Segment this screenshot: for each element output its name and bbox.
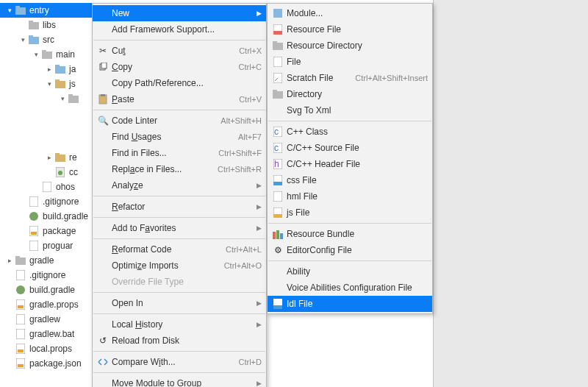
- submenu-arrow-icon: ▶: [257, 10, 262, 17]
- menu-item-copy[interactable]: CopyCtrl+C: [93, 59, 266, 75]
- submenu-arrow-icon: ▶: [257, 380, 262, 387]
- menu-item-find-usages[interactable]: Find UsagesAlt+F7: [93, 129, 266, 145]
- menu-item-paste[interactable]: PasteCtrl+V: [93, 91, 266, 107]
- submenu-arrow-icon: ▶: [257, 224, 262, 232]
- menu-item-compare[interactable]: Compare With...Ctrl+D: [93, 354, 266, 370]
- file-icon: [15, 328, 26, 340]
- menu-item-override-file-type[interactable]: Override File Type: [93, 274, 266, 290]
- svg-rect-39: [101, 94, 105, 96]
- menu-item-cpp-class[interactable]: cC++ Class: [268, 124, 432, 140]
- svg-rect-48: [273, 90, 277, 92]
- menu-item-refactor[interactable]: Refactor▶: [93, 199, 266, 215]
- menu-separator: [93, 217, 265, 218]
- svg-rect-22: [31, 232, 37, 235]
- svg-rect-11: [55, 79, 60, 82]
- editor-area: [433, 0, 588, 387]
- file-icon: [270, 73, 285, 83]
- menu-item-add-favorites[interactable]: Add to Favorites▶: [93, 220, 266, 236]
- tree-label: .gitignore: [43, 196, 79, 207]
- menu-item-cpp-source[interactable]: cC/C++ Source File: [268, 140, 432, 156]
- svg-point-20: [29, 212, 38, 221]
- menu-item-svg-xml[interactable]: Svg To Xml: [268, 102, 432, 118]
- menu-item-optimize-imports[interactable]: Optimize ImportsCtrl+Alt+O: [93, 258, 266, 274]
- menu-item-js-file[interactable]: js File: [268, 205, 432, 221]
- menu-item-replace-in-files[interactable]: Replace in Files...Ctrl+Shift+R: [93, 161, 266, 177]
- tree-label: package.json: [29, 358, 82, 369]
- folder-icon: [54, 63, 66, 75]
- menu-item-directory[interactable]: Directory: [268, 86, 432, 102]
- chevron-down-icon: ▾: [4, 7, 15, 14]
- chevron-right-icon: ▸: [44, 154, 54, 161]
- menu-item-voice-abilities[interactable]: Voice Abilities Configuration File: [268, 280, 432, 296]
- svg-rect-37: [101, 63, 107, 68]
- menu-item-code-linter[interactable]: 🔍Code LinterAlt+Shift+H: [93, 113, 266, 129]
- menu-item-add-framework[interactable]: Add Framework Support...: [93, 21, 266, 38]
- menu-item-open-in[interactable]: Open In▶: [93, 295, 266, 311]
- menu-item-copy-path[interactable]: Copy Path/Reference...: [93, 75, 266, 91]
- svg-rect-40: [273, 9, 282, 18]
- menu-item-cpp-header[interactable]: hC/C++ Header File: [268, 156, 432, 172]
- file-icon: [28, 225, 40, 237]
- reload-icon: ↺: [96, 335, 110, 346]
- idl-icon: [270, 299, 285, 309]
- folder-icon: [54, 78, 66, 90]
- menu-item-local-history[interactable]: Local History▶: [93, 316, 266, 333]
- tree-label: re: [69, 152, 77, 163]
- svg-point-17: [58, 171, 62, 175]
- svg-rect-60: [273, 232, 276, 239]
- svg-rect-59: [273, 214, 282, 218]
- menu-item-hml-file[interactable]: hml File: [268, 188, 432, 205]
- menu-item-move-module[interactable]: Move Module to Group▶: [93, 375, 266, 387]
- folder-icon: [15, 4, 26, 16]
- tree-label: gradle: [29, 255, 54, 266]
- chevron-down-icon: ▾: [18, 36, 28, 43]
- cpp-icon: c: [270, 143, 285, 153]
- search-icon: 🔍: [96, 116, 110, 126]
- svg-point-27: [16, 285, 25, 294]
- chevron-down-icon: ▾: [31, 51, 41, 58]
- menu-item-resource-dir[interactable]: Resource Directory: [268, 38, 432, 54]
- menu-item-idl-file[interactable]: Idl File: [268, 296, 432, 312]
- menu-item-reformat[interactable]: Reformat CodeCtrl+Alt+L: [93, 241, 266, 258]
- folder-icon: [28, 19, 40, 31]
- gradle-icon: [28, 210, 40, 222]
- file-icon: [270, 191, 285, 202]
- menu-separator: [268, 260, 431, 261]
- menu-separator: [268, 121, 431, 121]
- svg-text:c: c: [274, 127, 279, 137]
- svg-rect-61: [276, 230, 279, 239]
- svg-rect-19: [29, 196, 38, 207]
- menu-item-file[interactable]: File: [268, 54, 432, 70]
- menu-item-resource-file[interactable]: Resource File: [268, 21, 432, 38]
- module-icon: [270, 9, 285, 18]
- tree-label: .gitignore: [29, 270, 65, 280]
- menu-item-module[interactable]: Module...: [268, 5, 432, 21]
- menu-item-ability[interactable]: Ability: [268, 263, 432, 280]
- svg-rect-1: [15, 6, 20, 8]
- svg-text:h: h: [274, 159, 279, 169]
- svg-rect-44: [273, 41, 277, 43]
- submenu-arrow-icon: ▶: [257, 203, 262, 210]
- menu-item-analyze[interactable]: Analyze▶: [93, 177, 266, 194]
- menu-item-css-file[interactable]: css File: [268, 172, 432, 188]
- menu-item-cut[interactable]: ✂CutCtrl+X: [93, 43, 266, 59]
- menu-item-editorconfig[interactable]: ⚙EditorConfig File: [268, 242, 432, 258]
- menu-separator: [93, 40, 265, 40]
- menu-item-find-in-files[interactable]: Find in Files...Ctrl+Shift+F: [93, 145, 266, 161]
- menu-item-reload[interactable]: ↺Reload from Disk: [93, 333, 266, 349]
- menu-separator: [93, 196, 265, 196]
- tree-label: ohos: [56, 182, 75, 192]
- svg-rect-23: [29, 241, 38, 251]
- file-icon: [15, 358, 26, 369]
- tree-label: cc: [69, 167, 78, 177]
- menu-item-new[interactable]: New▶: [93, 5, 266, 21]
- tree-label: ja: [69, 64, 76, 74]
- svg-rect-2: [29, 22, 39, 29]
- folder-icon: [41, 49, 53, 60]
- tree-label: local.props: [29, 344, 72, 354]
- svg-rect-47: [273, 91, 283, 99]
- menu-item-scratch-file[interactable]: Scratch FileCtrl+Alt+Shift+Insert: [268, 70, 432, 86]
- submenu-arrow-icon: ▶: [257, 299, 262, 307]
- menu-item-resource-bundle[interactable]: Resource Bundle: [268, 226, 432, 242]
- menu-separator: [93, 292, 265, 293]
